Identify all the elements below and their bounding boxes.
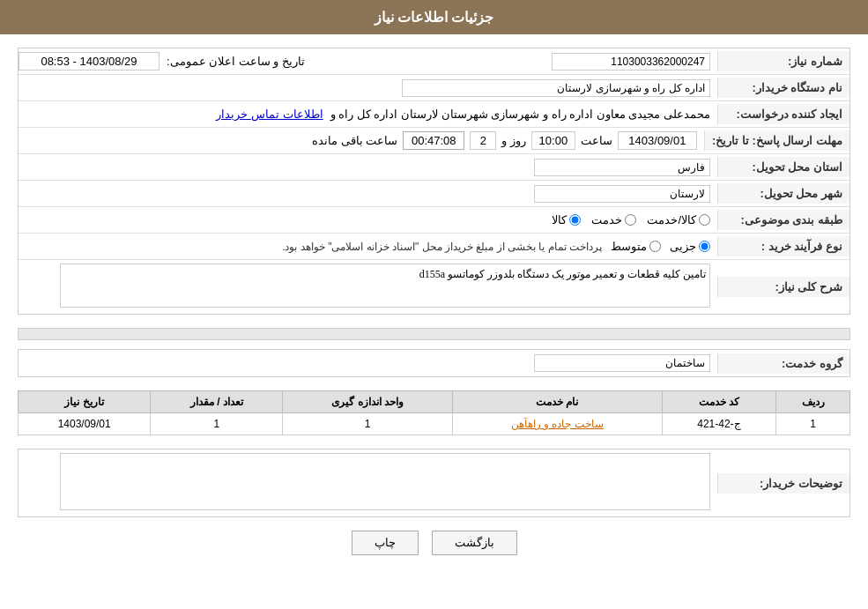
- purchase-type-values: جزیی متوسط پرداخت تمام یا بخشی از مبلغ خ…: [19, 236, 717, 256]
- deadline-date: 1403/09/01: [618, 131, 697, 150]
- deadline-label: مهلت ارسال پاسخ: تا تاریخ:: [704, 130, 849, 151]
- page-title: جزئیات اطلاعات نیاز: [375, 10, 494, 25]
- main-info-section: شماره نیاز: تاریخ و ساعت اعلان عمومی: 14…: [18, 48, 850, 315]
- col-service-code: کد خدمت: [662, 391, 775, 413]
- buyer-notes-row: توضیحات خریدار:: [19, 449, 849, 516]
- category-row: طبقه بندی موضوعی: کالا/خدمت خدمت کالا: [19, 207, 849, 234]
- province-label: استان محل تحویل:: [717, 157, 849, 177]
- requester-contact-link[interactable]: اطلاعات تماس خریدار: [216, 108, 323, 121]
- description-value: تامین کلیه قطعات و تعمیر موتور یک دستگاه…: [19, 260, 717, 314]
- deadline-row: مهلت ارسال پاسخ: تا تاریخ: 1403/09/01 سا…: [19, 128, 849, 154]
- province-value: [19, 155, 717, 180]
- buyer-notes-label: توضیحات خریدار:: [717, 473, 849, 494]
- province-row: استان محل تحویل:: [19, 154, 849, 181]
- buyer-org-row: نام دستگاه خریدار:: [19, 75, 849, 101]
- date-label: تاریخ و ساعت اعلان عمومی:: [167, 55, 305, 68]
- col-quantity: تعداد / مقدار: [151, 391, 283, 413]
- service-group-row: گروه خدمت:: [19, 350, 849, 376]
- cell-unit: 1: [283, 413, 452, 435]
- need-number-row: شماره نیاز: تاریخ و ساعت اعلان عمومی: 14…: [19, 48, 849, 75]
- buyer-notes-value: [19, 449, 717, 516]
- requester-value: محمدعلی مجیدی معاون اداره راه و شهرسازی …: [19, 104, 717, 124]
- purchase-type-row: نوع فرآیند خرید : جزیی متوسط پرداخت تمام…: [19, 234, 849, 260]
- category-radios: کالا/خدمت خدمت کالا: [19, 210, 717, 230]
- radio-goods-service-input[interactable]: [699, 214, 710, 226]
- radio-goods-service-label: کالا/خدمت: [647, 213, 696, 227]
- days-value: 2: [470, 131, 496, 150]
- radio-medium-label: متوسط: [611, 240, 647, 253]
- radio-service-input[interactable]: [625, 214, 636, 226]
- city-input[interactable]: [534, 185, 710, 203]
- remaining-label: ساعت باقی مانده: [312, 134, 397, 147]
- services-table: ردیف کد خدمت نام خدمت واحد اندازه گیری ت…: [18, 390, 850, 435]
- print-button[interactable]: چاپ: [352, 531, 419, 555]
- deadline-time: 10:00: [531, 131, 575, 150]
- radio-service-label: خدمت: [591, 213, 622, 227]
- radio-goods-service: کالا/خدمت: [647, 213, 710, 227]
- cell-need-date: 1403/09/01: [19, 413, 151, 435]
- description-row: شرح کلی نیاز: تامین کلیه قطعات و تعمیر م…: [19, 260, 849, 314]
- requester-label: ایجاد کننده درخواست:: [717, 104, 849, 124]
- back-button[interactable]: بازگشت: [432, 531, 517, 555]
- need-number-label: شماره نیاز:: [717, 51, 849, 71]
- service-group-value: [19, 351, 717, 375]
- description-label: شرح کلی نیاز:: [717, 277, 849, 297]
- cell-service-code: ج-42-421: [662, 413, 775, 435]
- radio-goods-input[interactable]: [569, 214, 581, 226]
- need-number-value: [366, 49, 718, 74]
- col-row-num: ردیف: [776, 391, 850, 413]
- province-input[interactable]: [534, 159, 710, 176]
- city-value: [19, 182, 717, 206]
- cell-service-name[interactable]: ساخت جاده و راهآهن: [452, 413, 662, 435]
- service-group-section: گروه خدمت:: [18, 349, 850, 377]
- page-header: جزئیات اطلاعات نیاز: [0, 0, 868, 34]
- radio-medium-input[interactable]: [649, 241, 661, 252]
- need-number-input[interactable]: [552, 53, 710, 71]
- col-unit: واحد اندازه گیری: [283, 391, 452, 413]
- purchase-type-label: نوع فرآیند خرید :: [717, 236, 849, 256]
- cell-quantity: 1: [151, 413, 283, 435]
- col-need-date: تاریخ نیاز: [19, 391, 151, 413]
- table-header-row: ردیف کد خدمت نام خدمت واحد اندازه گیری ت…: [19, 391, 850, 413]
- radio-goods-label: کالا: [552, 213, 567, 227]
- requester-name: محمدعلی مجیدی معاون اداره راه و شهرسازی …: [330, 108, 710, 121]
- cell-row-num: 1: [776, 413, 850, 435]
- city-row: شهر محل تحویل:: [19, 181, 849, 207]
- radio-partial-input[interactable]: [699, 241, 710, 252]
- days-label-static: روز و: [501, 134, 526, 147]
- radio-partial-label: جزیی: [670, 240, 696, 253]
- services-table-section: ردیف کد خدمت نام خدمت واحد اندازه گیری ت…: [18, 390, 850, 435]
- deadline-values: 1403/09/01 ساعت 10:00 روز و 2 00:47:08 س…: [19, 128, 704, 153]
- buyer-org-label: نام دستگاه خریدار:: [717, 78, 849, 98]
- purchase-note: پرداخت تمام یا بخشی از مبلغ خریداز محل "…: [282, 241, 602, 253]
- table-row: 1 ج-42-421 ساخت جاده و راهآهن 1 1 1403/0…: [19, 413, 850, 435]
- buyer-notes-textarea[interactable]: [60, 453, 710, 510]
- date-value-box: 1403/08/29 - 08:53: [19, 52, 160, 71]
- time-remaining: 00:47:08: [403, 131, 464, 150]
- buyer-org-value: [19, 76, 717, 100]
- radio-partial: جزیی: [670, 240, 710, 253]
- description-textarea[interactable]: تامین کلیه قطعات و تعمیر موتور یک دستگاه…: [60, 264, 710, 308]
- col-service-name: نام خدمت: [452, 391, 662, 413]
- requester-row: ایجاد کننده درخواست: محمدعلی مجیدی معاون…: [19, 101, 849, 128]
- button-row: بازگشت چاپ: [18, 531, 850, 573]
- radio-medium: متوسط: [611, 240, 661, 253]
- city-label: شهر محل تحویل:: [717, 183, 849, 204]
- buyer-notes-section: توضیحات خریدار:: [18, 449, 850, 517]
- service-group-label: گروه خدمت:: [717, 353, 849, 374]
- service-group-input[interactable]: [534, 354, 710, 372]
- radio-goods: کالا: [552, 213, 581, 227]
- category-label: طبقه بندی موضوعی:: [717, 210, 849, 230]
- services-section-title: [18, 328, 850, 340]
- buyer-org-input[interactable]: [402, 79, 710, 97]
- time-label-static: ساعت: [581, 134, 612, 147]
- radio-service: خدمت: [591, 213, 636, 227]
